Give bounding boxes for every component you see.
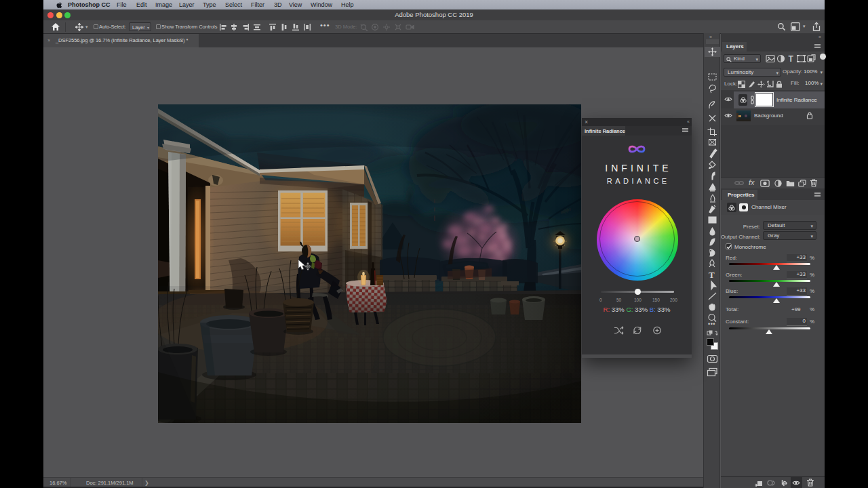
svg-text:T: T <box>709 270 715 280</box>
svg-text:T: T <box>789 54 794 63</box>
